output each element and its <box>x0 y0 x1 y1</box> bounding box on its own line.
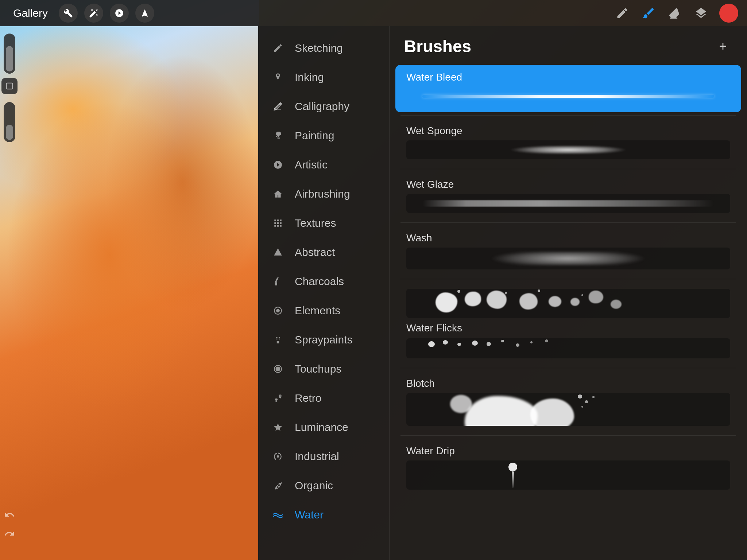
textures-icon <box>271 217 285 230</box>
brush-water-bleed[interactable]: Water Bleed <box>395 65 741 112</box>
abstract-label: Abstract <box>295 246 335 258</box>
brush-blotch-name: Blotch <box>406 378 730 389</box>
water-bleed-stroke <box>422 95 714 98</box>
brush-water-bleed-preview <box>406 87 730 106</box>
category-charcoals[interactable]: Charcoals <box>258 267 389 296</box>
brush-wet-sponge-preview <box>406 140 730 159</box>
pen-tool-button[interactable] <box>614 5 630 21</box>
selection-button[interactable] <box>110 4 129 23</box>
inking-label: Inking <box>295 71 324 83</box>
touchups-label: Touchups <box>295 363 341 375</box>
brush-wash[interactable]: Wash <box>395 226 741 276</box>
painting-icon <box>271 129 285 142</box>
redo-button[interactable] <box>1 526 18 542</box>
divider-2 <box>400 169 736 169</box>
industrial-label: Industrial <box>295 450 339 463</box>
layer-square[interactable] <box>1 78 18 94</box>
category-elements[interactable]: Elements <box>258 296 389 325</box>
organic-icon <box>271 479 285 492</box>
gallery-button[interactable]: Gallery <box>9 4 52 22</box>
artwork-layer <box>0 0 259 560</box>
textures-label: Textures <box>295 217 336 229</box>
category-abstract[interactable]: Abstract <box>258 238 389 267</box>
divider-3 <box>400 222 736 223</box>
undo-redo-group <box>1 507 18 553</box>
brush-water-flicks[interactable] <box>395 337 741 365</box>
water-flicks-label-container: Water Flicks <box>390 319 747 335</box>
touchups-icon <box>271 362 285 376</box>
industrial-icon <box>271 450 285 463</box>
elements-label: Elements <box>295 304 340 317</box>
brush-water-drip-preview <box>406 460 730 490</box>
brushes-panel: Sketching Inking Calligraphy <box>258 26 747 560</box>
brush-tool-button[interactable] <box>640 5 657 21</box>
color-picker-button[interactable] <box>719 4 738 23</box>
opacity-slider[interactable] <box>4 34 15 74</box>
brush-water-drip-name: Water Drip <box>406 445 730 457</box>
size-slider[interactable] <box>4 102 15 142</box>
category-list: Sketching Inking Calligraphy <box>258 26 390 560</box>
artistic-label: Artistic <box>295 159 328 171</box>
brush-wet-sponge[interactable]: Wet Sponge <box>395 118 741 166</box>
magic-wand-button[interactable] <box>84 4 103 23</box>
category-industrial[interactable]: Industrial <box>258 442 389 471</box>
undo-button[interactable] <box>1 507 18 523</box>
elements-icon <box>271 304 285 317</box>
wet-glaze-stroke <box>422 200 714 207</box>
spraypaints-label: Spraypaints <box>295 334 352 346</box>
brush-water-flicks-preview <box>406 338 730 358</box>
add-brush-button[interactable]: + <box>713 37 732 56</box>
sketching-label: Sketching <box>295 42 343 54</box>
wrench-button[interactable] <box>59 4 78 23</box>
opacity-fill <box>6 46 13 71</box>
charcoals-label: Charcoals <box>295 275 344 288</box>
airbrushing-label: Airbrushing <box>295 188 350 200</box>
category-luminance[interactable]: Luminance <box>258 413 389 442</box>
brush-wash-preview <box>406 248 730 269</box>
spraypaints-icon <box>271 333 285 346</box>
brush-wet-glaze-name: Wet Glaze <box>406 179 730 190</box>
brush-water-bleed-name: Water Bleed <box>406 71 730 83</box>
top-toolbar: Gallery <box>0 0 747 26</box>
brushes-header: Brushes + <box>390 26 747 63</box>
water-flicks-name: Water Flicks <box>406 322 462 334</box>
layers-button[interactable] <box>693 5 709 21</box>
calligraphy-label: Calligraphy <box>295 100 349 113</box>
category-airbrushing[interactable]: Airbrushing <box>258 179 389 209</box>
water-icon <box>271 508 285 521</box>
wash-stroke <box>439 252 698 265</box>
category-textures[interactable]: Textures <box>258 209 389 238</box>
category-organic[interactable]: Organic <box>258 471 389 500</box>
toolbar-left: Gallery <box>9 4 614 23</box>
transform-button[interactable] <box>135 4 154 23</box>
toolbar-right <box>614 4 738 23</box>
category-painting[interactable]: Painting <box>258 121 389 150</box>
abstract-icon <box>271 246 285 259</box>
category-calligraphy[interactable]: Calligraphy <box>258 92 389 121</box>
brush-list: Brushes + Water Bleed Wet Sponge Wet Gla… <box>390 26 747 560</box>
size-fill <box>6 125 13 140</box>
category-retro[interactable]: Retro <box>258 384 389 413</box>
eraser-tool-button[interactable] <box>667 5 683 21</box>
sketching-icon <box>271 42 285 55</box>
category-water[interactable]: Water <box>258 500 389 529</box>
category-artistic[interactable]: Artistic <box>258 150 389 179</box>
svg-rect-0 <box>7 83 13 89</box>
inking-icon <box>271 71 285 84</box>
category-inking[interactable]: Inking <box>258 63 389 92</box>
retro-icon <box>271 392 285 405</box>
category-sketching[interactable]: Sketching <box>258 34 389 63</box>
painting-label: Painting <box>295 129 334 142</box>
wet-sponge-stroke <box>422 146 714 154</box>
brush-blotch[interactable]: Blotch <box>395 371 741 432</box>
brush-water-drip[interactable]: Water Drip <box>395 439 741 496</box>
charcoals-icon <box>271 275 285 288</box>
brush-blotch-preview <box>406 393 730 426</box>
mist-preview <box>406 289 730 318</box>
brush-mist-area[interactable] <box>395 282 741 318</box>
brush-wet-glaze[interactable]: Wet Glaze <box>395 172 741 219</box>
category-spraypaints[interactable]: Spraypaints <box>258 325 389 354</box>
category-touchups[interactable]: Touchups <box>258 354 389 384</box>
brush-wash-name: Wash <box>406 232 730 244</box>
brushes-panel-title: Brushes <box>404 36 471 56</box>
